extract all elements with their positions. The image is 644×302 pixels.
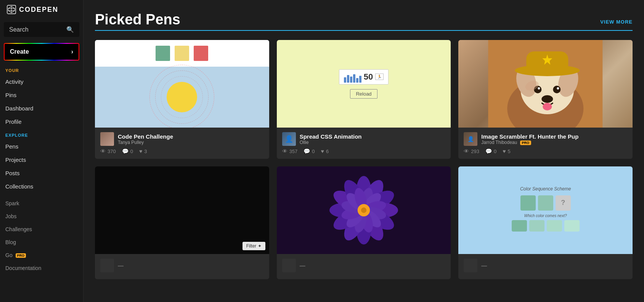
svg-point-17 <box>542 95 553 103</box>
scheme-question-label: Which color comes next? <box>473 214 618 218</box>
bar-6 <box>359 76 361 83</box>
counter-unit: 🏃 <box>375 74 384 80</box>
likes-count-3: 5 <box>508 149 511 154</box>
preview-flower <box>277 166 451 254</box>
pen-card-5[interactable]: — <box>277 166 451 279</box>
preview-dog <box>458 40 633 128</box>
sidebar-item-go[interactable]: Go PRO <box>0 249 83 262</box>
bar-2 <box>347 75 349 83</box>
pen-card-2[interactable]: 50 🏃 Reload 👤 Spread CSS Animation Ollie <box>277 40 451 159</box>
eye-icon-3: 👁 <box>464 148 469 154</box>
pen-preview-1 <box>95 40 269 128</box>
sidebar-item-documentation[interactable]: Documentation <box>0 262 83 275</box>
svg-point-14 <box>553 86 561 93</box>
sidebar-item-pins[interactable]: Pins <box>0 88 83 102</box>
pen-stats-3: 👁 293 💬 0 ♥ 5 <box>464 148 627 154</box>
answer-swatch-3[interactable] <box>547 220 562 232</box>
views-count-1: 370 <box>108 149 116 154</box>
pen-title-3: Image Scrambler Ft. Hunter the Pup <box>481 133 578 140</box>
pen-card-3[interactable]: 👤 Image Scrambler Ft. Hunter the Pup Jar… <box>458 40 633 159</box>
logo[interactable]: CODEPEN <box>6 4 58 15</box>
main-content: Picked Pens VIEW MORE <box>84 0 644 302</box>
bar-5 <box>356 78 358 83</box>
pen-author-row-6: — <box>464 259 627 272</box>
search-label: Search <box>9 26 29 33</box>
heart-icon-3: ♥ <box>503 148 506 154</box>
pen-author-1: Tanya Pulley <box>118 140 173 145</box>
sidebar-item-profile[interactable]: Profile <box>0 115 83 128</box>
pen-avatar-6 <box>464 259 477 272</box>
create-arrow-icon: › <box>71 48 73 55</box>
views-stat-3: 👁 293 <box>464 148 479 154</box>
sidebar-item-posts[interactable]: Posts <box>0 166 83 180</box>
sidebar-item-pens[interactable]: Pens <box>0 140 83 153</box>
sidebar-item-activity[interactable]: Activity <box>0 75 83 88</box>
sidebar-item-spark[interactable]: Spark <box>0 197 83 210</box>
pen-preview-4: Filter ✦ <box>95 166 269 254</box>
flower-svg <box>329 176 398 244</box>
pen-avatar-2: 👤 <box>282 132 296 146</box>
pen-info-2: 👤 Spread CSS Animation Ollie 👁 357 💬 0 <box>277 128 451 159</box>
answer-swatch-4[interactable] <box>564 220 580 232</box>
author-pro-badge: PRO <box>520 141 532 145</box>
pen-avatar-4 <box>100 259 114 272</box>
pro-badge: PRO <box>16 253 26 258</box>
pen-author-row-4: — <box>100 259 264 272</box>
sidebar-item-collections[interactable]: Collections <box>0 180 83 193</box>
comment-icon-3: 💬 <box>485 148 492 154</box>
preview-sun-top <box>95 40 269 67</box>
filter-button[interactable]: Filter ✦ <box>243 242 265 250</box>
pen-card-4[interactable]: Filter ✦ — <box>95 166 269 279</box>
color-scheme-title: Color Sequence Scheme <box>473 186 618 192</box>
logo-area: CODEPEN <box>0 0 83 19</box>
pen-author-row-5: — <box>282 259 446 272</box>
pen-card-6[interactable]: Color Sequence Scheme ? Which color come… <box>458 166 633 279</box>
comments-stat-2: 💬 0 <box>304 148 315 154</box>
svg-point-18 <box>543 103 552 110</box>
sidebar-item-challenges[interactable]: Challenges <box>0 223 83 236</box>
bar-4 <box>353 74 355 83</box>
pen-info-1: Code Pen Challenge Tanya Pulley 👁 370 💬 … <box>95 128 269 159</box>
answer-swatch-2[interactable] <box>529 220 544 232</box>
pen-avatar-3: 👤 <box>464 132 477 146</box>
svg-point-45 <box>361 208 366 213</box>
sidebar-item-dashboard[interactable]: Dashboard <box>0 102 83 115</box>
comments-stat-3: 💬 0 <box>485 148 496 154</box>
pen-preview-2: 50 🏃 Reload <box>277 40 451 128</box>
counter-num: 50 <box>364 72 373 82</box>
pen-preview-3 <box>458 40 633 128</box>
pen-card-1[interactable]: Code Pen Challenge Tanya Pulley 👁 370 💬 … <box>95 40 269 159</box>
pen-preview-5 <box>277 166 451 254</box>
counter-display: 50 🏃 <box>339 69 389 85</box>
preview-sun-body <box>95 67 269 128</box>
sidebar-item-projects[interactable]: Projects <box>0 153 83 166</box>
dog-svg <box>458 40 633 128</box>
view-more-link[interactable]: VIEW MORE <box>600 19 633 28</box>
pen-preview-6: Color Sequence Scheme ? Which color come… <box>458 166 633 254</box>
sidebar-item-jobs[interactable]: Jobs <box>0 210 83 223</box>
color-scheme-box: Color Sequence Scheme ? Which color come… <box>467 180 624 241</box>
likes-count-1: 3 <box>144 149 147 154</box>
svg-point-16 <box>557 87 559 89</box>
likes-stat-1: ♥ 3 <box>139 148 147 154</box>
preview-css-anim: 50 🏃 Reload <box>277 40 451 128</box>
create-button[interactable]: Create › <box>4 43 79 61</box>
search-box[interactable]: Search 🔍 <box>4 22 79 37</box>
create-label: Create <box>10 48 29 55</box>
scheme-row-2 <box>473 220 618 232</box>
answer-swatch-1[interactable] <box>512 220 527 232</box>
pen-author-row-1: Code Pen Challenge Tanya Pulley <box>100 132 264 146</box>
pen-title-1: Code Pen Challenge <box>118 133 173 140</box>
eye-icon-2: 👁 <box>282 148 287 154</box>
comments-stat-1: 💬 0 <box>122 148 133 154</box>
dog-placeholder <box>458 40 633 128</box>
pens-grid: Code Pen Challenge Tanya Pulley 👁 370 💬 … <box>95 40 633 279</box>
pen-avatar-5 <box>282 259 296 272</box>
pen-info-4: — <box>95 254 269 279</box>
sun-circle <box>167 82 197 112</box>
sidebar-item-blog[interactable]: Blog <box>0 236 83 249</box>
pen-info-5: — <box>277 254 451 279</box>
preview-color-scheme: Color Sequence Scheme ? Which color come… <box>458 166 633 254</box>
preview-sun <box>95 40 269 128</box>
preview-dark: Filter ✦ <box>95 166 269 254</box>
